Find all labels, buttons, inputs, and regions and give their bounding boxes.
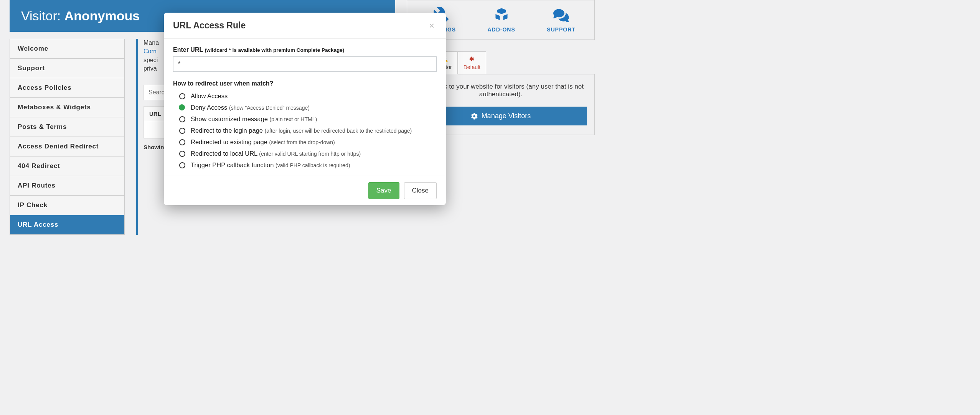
sidebar: WelcomeSupportAccess PoliciesMetaboxes &… <box>10 39 125 235</box>
sidebar-item-support[interactable]: Support <box>10 59 124 78</box>
redirect-option-0[interactable]: Allow Access <box>179 92 437 100</box>
header-name: Anonymous <box>64 8 140 23</box>
sidebar-item-access-denied-redirect[interactable]: Access Denied Redirect <box>10 137 124 156</box>
enter-url-label: Enter URL (wildcard * is available with … <box>173 46 437 53</box>
redirect-option-1[interactable]: Deny Access (show "Access Denied" messag… <box>179 104 437 111</box>
redirect-option-2[interactable]: Show customized message (plain text or H… <box>179 115 437 123</box>
url-access-rule-modal: URL Access Rule × Enter URL (wildcard * … <box>164 13 446 205</box>
redirect-option-6[interactable]: Trigger PHP callback function (valid PHP… <box>179 161 437 169</box>
sidebar-item-ip-check[interactable]: IP Check <box>10 196 124 215</box>
sidebar-item-posts-terms[interactable]: Posts & Terms <box>10 117 124 137</box>
php-callback-link[interactable]: PHP callback <box>290 162 322 168</box>
chat-icon <box>553 7 569 23</box>
modal-title: URL Access Rule <box>173 20 246 31</box>
cubes-icon <box>494 7 509 23</box>
radio-icon <box>179 93 185 99</box>
header-prefix: Visitor: <box>21 8 64 23</box>
addons-button[interactable]: ADD-ONS <box>487 7 515 33</box>
tab-default[interactable]: ✱ Default <box>458 51 486 74</box>
url-input[interactable] <box>173 56 437 72</box>
sidebar-item-api-routes[interactable]: API Routes <box>10 176 124 196</box>
redirect-option-4[interactable]: Redirected to existing page (select from… <box>179 138 437 146</box>
support-button[interactable]: SUPPORT <box>547 7 576 33</box>
sidebar-item-url-access[interactable]: URL Access <box>10 215 124 234</box>
sidebar-item-welcome[interactable]: Welcome <box>10 39 124 59</box>
save-button[interactable]: Save <box>368 182 399 199</box>
sidebar-item-metaboxes-widgets[interactable]: Metaboxes & Widgets <box>10 98 124 117</box>
radio-icon <box>179 139 185 145</box>
radio-icon <box>179 116 185 122</box>
radio-icon <box>179 151 185 157</box>
redirect-question: How to redirect user when match? <box>173 80 437 87</box>
redirect-option-3[interactable]: Redirect to the login page (after login,… <box>179 127 437 134</box>
redirect-option-5[interactable]: Redirected to local URL (enter valid URL… <box>179 150 437 157</box>
sidebar-item-access-policies[interactable]: Access Policies <box>10 78 124 98</box>
close-button[interactable]: Close <box>404 182 437 199</box>
sidebar-item-404-redirect[interactable]: 404 Redirect <box>10 156 124 176</box>
redirect-options: Allow Access Deny Access (show "Access D… <box>179 92 437 169</box>
modal-close-button[interactable]: × <box>427 21 437 31</box>
radio-icon <box>179 105 185 111</box>
radio-icon <box>179 128 185 134</box>
radio-icon <box>179 162 185 168</box>
description-link[interactable]: Com <box>144 48 157 54</box>
asterisk-icon: ✱ <box>469 56 474 63</box>
gear-icon <box>471 113 478 120</box>
